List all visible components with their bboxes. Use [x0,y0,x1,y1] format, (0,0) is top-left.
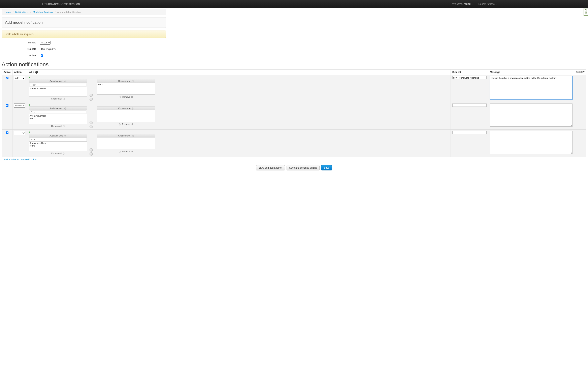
add-who-icon[interactable]: + [29,131,30,134]
available-who-list[interactable]: AnonymousUser [29,87,87,97]
chosen-who-list[interactable] [97,110,155,122]
list-item[interactable]: round [29,145,86,147]
chosen-who-list[interactable] [97,137,155,149]
recent-actions-label: Recent Actions [479,3,495,5]
add-another-action-notification[interactable]: Add another Action Notification [3,158,36,161]
model-select[interactable]: Asset [40,41,51,45]
remove-all-button[interactable]: ‹ Remove all [97,95,155,99]
row-action-select[interactable]: --------- [14,104,25,107]
help-icon[interactable]: ? [64,80,66,82]
arrow-right-icon: › [63,125,65,127]
active-checkbox[interactable] [41,54,43,57]
page-header: Add model notification [2,17,166,28]
model-label: Model: [2,41,40,44]
row-action-select[interactable]: add [14,76,25,80]
message-textarea[interactable] [490,104,573,127]
alert-pre: Fields in [5,33,14,35]
arrow-right-icon: › [63,153,65,154]
save-add-another-button[interactable]: Save and add another [256,165,285,170]
inline-section-title: Action notifications [2,61,588,68]
caret-icon [496,4,497,4]
row-active-checkbox[interactable] [6,104,8,107]
message-textarea[interactable] [490,76,573,99]
available-who-header: Available who ? [29,79,87,83]
breadcrumb-home[interactable]: Home [4,11,11,14]
save-continue-button[interactable]: Save and continue editing [287,165,319,170]
subject-input[interactable] [452,131,486,134]
list-item[interactable]: AnonymousUser [29,115,86,117]
arrow-right-icon: › [63,98,65,100]
th-active: Active [2,70,13,75]
project-label: Project: [2,48,40,50]
breadcrumb-sep: / [55,11,55,14]
breadcrumb-sep: / [13,11,13,14]
table-row: ---------+Available who ?AnonymousUserro… [2,102,586,130]
help-icon[interactable]: ? [64,107,66,110]
available-who-list[interactable]: AnonymousUserround [29,141,87,151]
remove-all-button[interactable]: ‹ Remove all [97,122,155,126]
move-right-button[interactable] [90,121,93,124]
list-item[interactable]: round [98,83,154,86]
nav-right: Welcome, round Recent Actions [452,3,497,5]
add-who-icon[interactable]: + [29,104,30,106]
who-filter-input[interactable] [30,138,86,141]
list-item[interactable]: round [29,117,86,120]
row-action-select[interactable]: --------- [14,131,25,135]
active-label: Active [2,54,40,57]
caret-icon [472,4,473,4]
action-notifications-table: Active Action Who Subject Message Delete… [2,69,586,162]
th-message: Message [488,70,574,75]
save-button[interactable]: Save [321,165,332,170]
recent-actions-dropdown[interactable]: Recent Actions [479,3,497,5]
move-right-button[interactable] [90,148,93,152]
who-filter-input[interactable] [30,83,86,86]
move-left-button[interactable] [90,125,93,128]
available-who-list[interactable]: AnonymousUserround [29,114,87,124]
message-textarea[interactable] [490,131,573,154]
th-action: Action [13,70,27,75]
table-row: add+Available who ?AnonymousUserChoose a… [2,75,586,102]
list-item[interactable]: AnonymousUser [29,142,86,145]
help-icon[interactable]: ? [132,107,134,110]
comment-icon [36,71,38,73]
arrow-left-icon: ‹ [119,151,121,153]
subject-input[interactable] [452,104,486,107]
help-icon[interactable]: ? [132,135,134,137]
who-selector: Available who ?AnonymousUserChoose all ›… [29,79,449,101]
submit-row: Save and add another Save and continue e… [0,162,588,175]
choose-all-button[interactable]: Choose all › [29,97,87,101]
who-filter-input[interactable] [30,111,86,114]
breadcrumb-notifications[interactable]: Notifications [15,11,28,14]
move-left-button[interactable] [90,98,93,101]
who-selector: Available who ?AnonymousUserroundChoose … [29,106,449,128]
chosen-who-header: Chosen who ? [97,134,155,137]
navbar: Roundware Administration Welcome, round … [0,0,588,8]
row-active-checkbox[interactable] [6,132,8,134]
django-debug-toolbar-handle[interactable]: DjDT [584,8,588,16]
remove-all-button[interactable]: ‹ Remove all [97,149,155,154]
choose-all-button[interactable]: Choose all › [29,151,87,155]
arrow-left-icon: ‹ [119,123,121,126]
welcome-dropdown[interactable]: Welcome, round [452,3,473,5]
choose-all-button[interactable]: Choose all › [29,124,87,128]
breadcrumb: Home / Notifications / Model notificatio… [2,9,166,15]
available-who-header: Available who ? [29,134,87,137]
add-project-icon[interactable]: + [58,48,60,50]
project-select[interactable]: Test Project [40,47,57,51]
th-who: Who [27,70,451,75]
subject-input[interactable] [452,76,486,79]
chosen-who-list[interactable]: round [97,83,155,95]
chosen-who-header: Chosen who ? [97,79,155,83]
row-active-checkbox[interactable] [6,77,8,79]
brand: Roundware Administration [42,2,80,6]
breadcrumb-model-notifications[interactable]: Model notifications [33,11,53,14]
move-right-button[interactable] [90,94,93,97]
who-selector: Available who ?AnonymousUserroundChoose … [29,134,449,155]
breadcrumb-sep: / [30,11,31,14]
help-icon[interactable]: ? [64,135,66,137]
list-item[interactable]: AnonymousUser [29,87,86,90]
add-who-icon[interactable]: + [29,76,30,79]
required-alert: Fields in bold are required. [2,31,166,38]
move-left-button[interactable] [90,152,93,155]
help-icon[interactable]: ? [132,80,134,82]
